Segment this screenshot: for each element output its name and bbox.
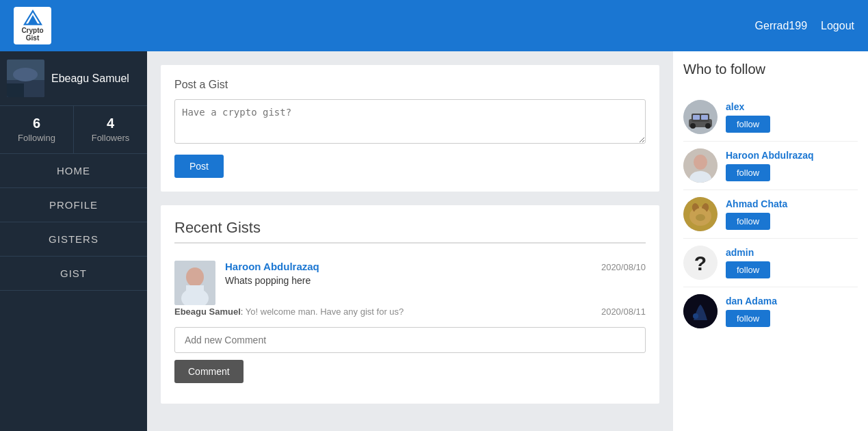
gist-meta: Haroon Abdulrazaq 2020/08/10 xyxy=(225,261,646,272)
sidebar-item-gist[interactable]: GIST xyxy=(0,257,147,291)
svg-point-18 xyxy=(694,155,707,170)
right-sidebar: Who to follow alex follow xyxy=(673,51,868,431)
svg-point-25 xyxy=(696,214,705,221)
post-gist-title: Post a Gist xyxy=(174,79,646,91)
follow-item-haroon: Haroon Abdulrazaq follow xyxy=(683,142,858,190)
sidebar-nav: HOME PROFILE GISTERS GIST xyxy=(0,154,147,291)
sidebar-stats: 6 Following 4 Followers xyxy=(0,105,147,154)
follow-button-haroon[interactable]: follow xyxy=(726,164,770,181)
sidebar-username: Ebeagu Samuel xyxy=(51,73,129,85)
comment-button[interactable]: Comment xyxy=(174,360,244,383)
follow-avatar-haroon xyxy=(683,148,718,183)
comment-body: Yo! welcome man. Have any gist for us? xyxy=(246,306,404,317)
follow-button-alex[interactable]: follow xyxy=(726,116,770,133)
who-to-follow-title: Who to follow xyxy=(683,62,858,83)
followers-label: Followers xyxy=(92,133,130,143)
svg-point-4 xyxy=(13,68,38,81)
gist-item-header: Haroon Abdulrazaq 2020/08/10 Whats poppi… xyxy=(174,261,646,305)
logo-box: Crypto Gist xyxy=(14,7,51,44)
sidebar-item-profile[interactable]: PROFILE xyxy=(0,188,147,222)
logout-button[interactable]: Logout xyxy=(821,20,854,32)
comment-author-name: Ebeagu Samuel xyxy=(174,306,241,317)
svg-rect-14 xyxy=(701,115,708,120)
following-label: Following xyxy=(18,133,55,143)
topnav-username[interactable]: Gerrad199 xyxy=(755,20,808,32)
post-button[interactable]: Post xyxy=(174,155,224,178)
sidebar-item-gisters[interactable]: GISTERS xyxy=(0,222,147,257)
gist-content: Whats popping here xyxy=(225,275,646,286)
follow-avatar-alex xyxy=(683,100,718,134)
comment-separator: : xyxy=(241,306,246,317)
sidebar-item-home[interactable]: HOME xyxy=(0,154,147,188)
post-gist-box: Post a Gist Post xyxy=(161,65,659,192)
follow-name-admin: admin xyxy=(726,247,858,258)
follow-name-ahmad: Ahmad Chata xyxy=(726,198,858,209)
svg-point-15 xyxy=(690,123,696,129)
follow-item-admin: ? admin follow xyxy=(683,239,858,287)
following-count: 6 xyxy=(3,116,70,131)
sidebar-avatar xyxy=(7,60,44,97)
svg-rect-9 xyxy=(186,285,204,299)
gist-author-name[interactable]: Haroon Abdulrazaq xyxy=(225,261,319,272)
svg-rect-5 xyxy=(7,83,24,97)
main-layout: Ebeagu Samuel 6 Following 4 Followers HO… xyxy=(0,51,868,431)
main-content: Post a Gist Post Recent Gists xyxy=(147,51,673,431)
follow-avatar-ahmad xyxy=(683,197,718,231)
follow-info-haroon: Haroon Abdulrazaq follow xyxy=(726,150,858,181)
svg-rect-13 xyxy=(693,115,700,120)
sidebar-user: Ebeagu Samuel xyxy=(0,51,147,105)
add-comment-input[interactable] xyxy=(174,327,646,353)
gist-date: 2020/08/10 xyxy=(601,262,646,272)
topnav-right: Gerrad199 Logout xyxy=(755,20,854,32)
follow-info-ahmad: Ahmad Chata follow xyxy=(726,198,858,230)
follow-info-admin: admin follow xyxy=(726,247,858,278)
svg-point-29 xyxy=(693,313,698,319)
gist-author-avatar xyxy=(174,261,215,305)
follow-avatar-dan xyxy=(683,294,718,328)
svg-point-16 xyxy=(705,123,711,129)
gist-body: Haroon Abdulrazaq 2020/08/10 Whats poppi… xyxy=(225,261,646,294)
follow-info-alex: alex follow xyxy=(726,101,858,133)
sidebar: Ebeagu Samuel 6 Following 4 Followers HO… xyxy=(0,51,147,431)
logo-text: Crypto Gist xyxy=(16,27,49,42)
svg-text:?: ? xyxy=(694,252,707,274)
post-gist-textarea[interactable] xyxy=(174,99,646,144)
follow-name-haroon: Haroon Abdulrazaq xyxy=(726,150,858,161)
followers-count: 4 xyxy=(77,116,144,131)
recent-gists-box: Recent Gists Haroon Abdu xyxy=(161,205,659,404)
follow-name-dan: dan Adama xyxy=(726,296,858,306)
follow-item-alex: alex follow xyxy=(683,93,858,142)
topnav: Crypto Gist Gerrad199 Logout xyxy=(0,0,868,51)
follow-item-dan: dan Adama follow xyxy=(683,287,858,335)
followers-stat[interactable]: 4 Followers xyxy=(74,106,147,153)
gist-comment-text: Ebeagu Samuel: Yo! welcome man. Have any… xyxy=(174,305,404,317)
logo-icon xyxy=(23,10,43,27)
follow-button-dan[interactable]: follow xyxy=(726,310,770,327)
gist-comment-line: Ebeagu Samuel: Yo! welcome man. Have any… xyxy=(174,305,646,317)
follow-button-ahmad[interactable]: follow xyxy=(726,213,770,230)
follow-item-ahmad: Ahmad Chata follow xyxy=(683,190,858,239)
follow-name-alex: alex xyxy=(726,101,858,112)
follow-button-admin[interactable]: follow xyxy=(726,261,770,278)
gist-comment-date: 2020/08/11 xyxy=(601,306,646,317)
follow-info-dan: dan Adama follow xyxy=(726,296,858,327)
recent-gists-title: Recent Gists xyxy=(174,219,646,244)
svg-point-7 xyxy=(186,267,204,287)
gist-item: Haroon Abdulrazaq 2020/08/10 Whats poppi… xyxy=(174,254,646,390)
follow-avatar-admin: ? xyxy=(683,246,718,280)
following-stat[interactable]: 6 Following xyxy=(0,106,74,153)
logo-container: Crypto Gist xyxy=(14,7,51,44)
